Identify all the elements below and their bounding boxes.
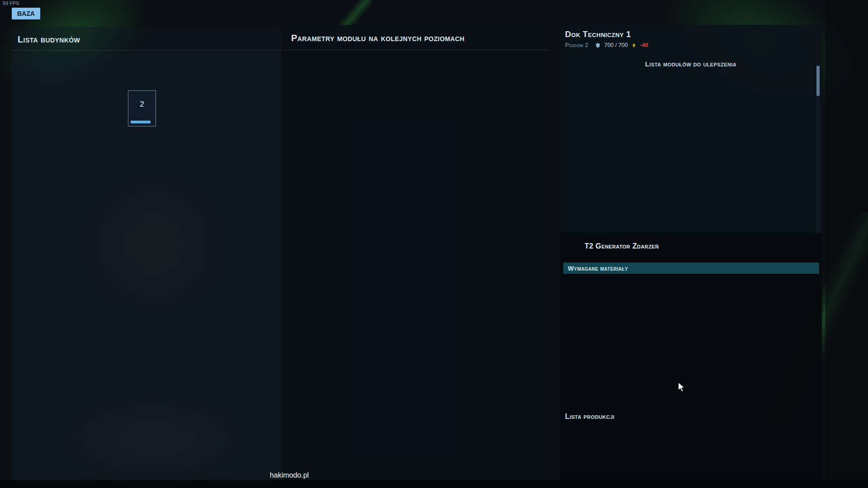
building-progress-bar xyxy=(131,121,153,123)
grid-scrollbar-thumb[interactable] xyxy=(816,66,820,96)
top-resource-bar: BAZA xyxy=(12,8,45,19)
question-circle-icon xyxy=(566,240,578,252)
buildings-panel-title: Lista budynków xyxy=(18,34,80,44)
fps-counter: 59 FPS xyxy=(3,0,19,6)
mouse-cursor xyxy=(677,382,687,392)
building-tile[interactable]: 2 xyxy=(128,90,156,127)
upgrade-grid-title: Lista modułów do ulepszenia xyxy=(560,60,822,68)
bottom-letterbox xyxy=(0,480,868,488)
building-energy: -40 xyxy=(640,42,648,48)
shield-icon xyxy=(595,42,601,48)
module-parameters-title: Parametry modułu na kolejnych poziomach xyxy=(291,33,465,43)
building-hp: 700 / 700 xyxy=(604,42,627,48)
grid-scrollbar[interactable] xyxy=(816,64,820,233)
building-strip xyxy=(826,0,868,488)
baza-button[interactable]: BAZA xyxy=(12,8,40,19)
building-name: Dok Techniczny 1 xyxy=(565,30,631,39)
lightning-icon xyxy=(631,42,637,48)
watermark: hakimodo.pl xyxy=(0,471,579,479)
game-screen: 59 FPS BAZA Lista budynków 2 Parametry m… xyxy=(0,0,868,488)
buildings-panel-body: 2 xyxy=(11,53,281,486)
building-count-badge: 2 xyxy=(128,100,156,109)
building-level: Poziom 2 xyxy=(565,42,588,48)
building-stats-row: Poziom 2 700 / 700 -40 xyxy=(565,42,648,48)
buildings-panel: Lista budynków 2 xyxy=(11,27,281,486)
required-materials-header: Wymagane materiały xyxy=(563,263,819,274)
selected-module-detail: T2 Generator Zdarzeń Wymagane materiały … xyxy=(560,233,822,486)
production-list-title: Lista produkcji xyxy=(565,413,614,421)
building-detail-panel: Dok Techniczny 1 Poziom 2 700 / 700 -40 … xyxy=(560,25,822,486)
selected-module-title: T2 Generator Zdarzeń xyxy=(585,242,659,250)
module-parameters-panel: Parametry modułu na kolejnych poziomach xyxy=(285,25,548,486)
